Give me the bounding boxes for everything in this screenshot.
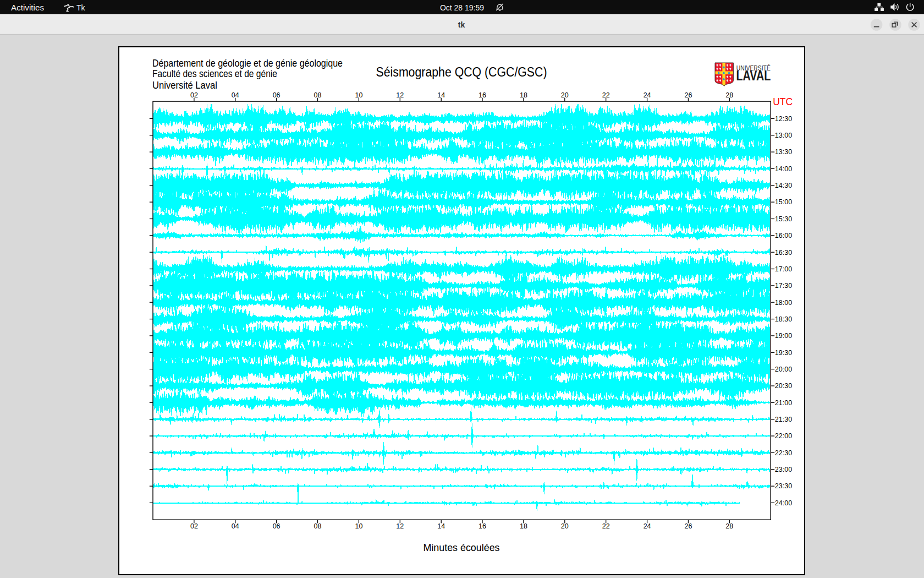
svg-text:16:00: 16:00: [775, 232, 792, 239]
svg-text:17:30: 17:30: [775, 282, 792, 290]
svg-text:24: 24: [644, 522, 651, 530]
svg-text:Oct 28 19:59: Oct 28 19:59: [440, 3, 484, 12]
svg-text:10: 10: [355, 91, 362, 99]
svg-text:22: 22: [602, 91, 610, 99]
svg-text:23:00: 23:00: [775, 466, 792, 473]
svg-text:Tk: Tk: [76, 3, 86, 12]
svg-text:tk: tk: [458, 20, 465, 29]
svg-text:08: 08: [314, 522, 322, 530]
svg-text:14:30: 14:30: [775, 182, 792, 189]
svg-text:20:30: 20:30: [775, 382, 792, 390]
svg-text:08: 08: [314, 91, 322, 99]
svg-text:18: 18: [520, 522, 527, 530]
svg-text:28: 28: [725, 91, 733, 99]
svg-text:Activities: Activities: [11, 3, 44, 12]
svg-text:02: 02: [190, 522, 198, 530]
svg-text:LAVAL: LAVAL: [736, 68, 771, 83]
svg-text:24: 24: [644, 91, 651, 99]
svg-text:18:00: 18:00: [775, 299, 792, 307]
svg-text:UTC: UTC: [773, 96, 793, 107]
svg-text:14: 14: [437, 522, 445, 530]
svg-text:13:30: 13:30: [775, 148, 792, 156]
svg-text:Université Laval: Université Laval: [152, 79, 217, 91]
svg-text:16: 16: [479, 522, 486, 530]
svg-text:18:30: 18:30: [775, 315, 792, 323]
svg-text:23:30: 23:30: [775, 482, 792, 490]
svg-text:12:30: 12:30: [775, 115, 792, 123]
svg-text:20: 20: [561, 91, 569, 99]
svg-text:22:30: 22:30: [775, 449, 792, 457]
svg-text:Séismographe QCQ (CGC/GSC): Séismographe QCQ (CGC/GSC): [376, 65, 547, 79]
svg-text:04: 04: [232, 91, 239, 99]
svg-text:22: 22: [602, 522, 610, 530]
svg-text:16: 16: [479, 91, 486, 99]
svg-text:26: 26: [684, 522, 692, 530]
svg-text:06: 06: [273, 522, 280, 530]
svg-text:13:00: 13:00: [775, 132, 792, 139]
svg-text:20:00: 20:00: [775, 366, 792, 373]
svg-text:10: 10: [355, 522, 362, 530]
svg-text:Faculté des sciences et de gén: Faculté des sciences et de génie: [152, 68, 277, 79]
svg-text:14:00: 14:00: [775, 165, 792, 173]
svg-text:06: 06: [273, 91, 280, 99]
svg-text:26: 26: [684, 91, 692, 99]
svg-text:16:30: 16:30: [775, 249, 792, 257]
svg-text:20: 20: [561, 522, 569, 530]
svg-text:12: 12: [396, 522, 404, 530]
svg-text:22:00: 22:00: [775, 432, 792, 440]
svg-text:14: 14: [437, 91, 445, 99]
svg-text:18: 18: [520, 91, 527, 99]
svg-text:12: 12: [396, 91, 404, 99]
svg-text:19:30: 19:30: [775, 349, 792, 357]
svg-text:Minutes écoulées: Minutes écoulées: [424, 542, 500, 553]
svg-text:24:00: 24:00: [775, 499, 792, 507]
svg-text:02: 02: [190, 91, 198, 99]
svg-text:17:00: 17:00: [775, 265, 792, 273]
svg-text:28: 28: [725, 522, 733, 530]
svg-text:21:00: 21:00: [775, 399, 792, 407]
svg-text:04: 04: [232, 522, 239, 530]
svg-text:15:30: 15:30: [775, 215, 792, 223]
svg-text:Département de géologie et de: Département de géologie et de génie géol…: [152, 57, 343, 69]
svg-text:21:30: 21:30: [775, 416, 792, 423]
svg-text:19:00: 19:00: [775, 332, 792, 340]
svg-text:15:00: 15:00: [775, 198, 792, 206]
